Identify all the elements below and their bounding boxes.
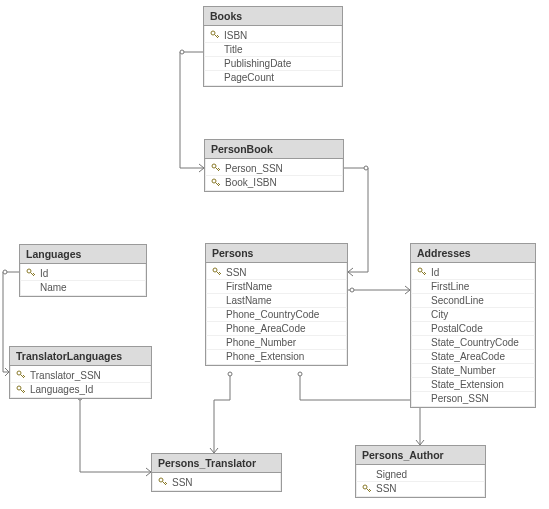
primary-key-icon [14, 370, 28, 380]
key-icon [212, 267, 222, 277]
field-name: Phone_Extension [224, 351, 343, 362]
table-row[interactable]: SSN [152, 475, 281, 489]
key-icon [16, 385, 26, 395]
table-header[interactable]: TranslatorLanguages [10, 347, 151, 366]
key-icon [417, 267, 427, 277]
svg-point-7 [211, 31, 215, 35]
svg-point-14 [17, 386, 21, 390]
table-header[interactable]: Persons_Author [356, 446, 485, 465]
primary-key-icon [24, 268, 38, 278]
table-row[interactable]: Book_ISBN [205, 175, 343, 189]
table-row[interactable]: Phone_Number [206, 335, 347, 349]
table-header[interactable]: Persons_Translator [152, 454, 281, 473]
table-row[interactable]: Phone_AreaCode [206, 321, 347, 335]
table-row[interactable]: SSN [356, 481, 485, 495]
field-name: City [429, 309, 531, 320]
field-name: LastName [224, 295, 343, 306]
field-name: Person_SSN [223, 163, 339, 174]
table-row[interactable]: Phone_Extension [206, 349, 347, 363]
svg-point-13 [17, 371, 21, 375]
table-body: SSNFirstNameLastNamePhone_CountryCodePho… [206, 263, 347, 365]
table-row[interactable]: Id [20, 266, 146, 280]
table-row[interactable]: Translator_SSN [10, 368, 151, 382]
table-body: SSN [152, 473, 281, 491]
table-row[interactable]: SSN [206, 265, 347, 279]
table-personsTranslator[interactable]: Persons_TranslatorSSN [151, 453, 282, 492]
field-name: Translator_SSN [28, 370, 147, 381]
table-row[interactable]: FirstName [206, 279, 347, 293]
field-name: Phone_AreaCode [224, 323, 343, 334]
table-header[interactable]: Languages [20, 245, 146, 264]
table-personBook[interactable]: PersonBookPerson_SSNBook_ISBN [204, 139, 344, 192]
table-row[interactable]: PostalCode [411, 321, 535, 335]
table-addresses[interactable]: AddressesIdFirstLineSecondLineCityPostal… [410, 243, 536, 408]
svg-point-6 [298, 372, 302, 376]
field-name: Phone_CountryCode [224, 309, 343, 320]
table-row[interactable]: State_Extension [411, 377, 535, 391]
field-name: SSN [170, 477, 277, 488]
field-name: Id [429, 267, 531, 278]
svg-point-16 [363, 485, 367, 489]
primary-key-icon [210, 267, 224, 277]
table-row[interactable]: ISBN [204, 28, 342, 42]
table-header[interactable]: PersonBook [205, 140, 343, 159]
primary-key-icon [360, 484, 374, 494]
field-name: PostalCode [429, 323, 531, 334]
field-name: State_AreaCode [429, 351, 531, 362]
field-name: ISBN [222, 30, 338, 41]
svg-point-2 [350, 288, 354, 292]
table-translatorLanguages[interactable]: TranslatorLanguagesTranslator_SSNLanguag… [9, 346, 152, 399]
table-row[interactable]: Signed [356, 467, 485, 481]
key-icon [26, 268, 36, 278]
key-icon [211, 163, 221, 173]
table-row[interactable]: State_CountryCode [411, 335, 535, 349]
key-icon [210, 30, 220, 40]
svg-point-1 [364, 166, 368, 170]
table-row[interactable]: Title [204, 42, 342, 56]
table-row[interactable]: Id [411, 265, 535, 279]
table-row[interactable]: State_AreaCode [411, 349, 535, 363]
table-books[interactable]: BooksISBNTitlePublishingDatePageCount [203, 6, 343, 87]
table-header[interactable]: Persons [206, 244, 347, 263]
table-body: IdName [20, 264, 146, 296]
table-header[interactable]: Books [204, 7, 342, 26]
table-row[interactable]: City [411, 307, 535, 321]
table-row[interactable]: SecondLine [411, 293, 535, 307]
field-name: State_CountryCode [429, 337, 531, 348]
table-row[interactable]: Languages_Id [10, 382, 151, 396]
table-row[interactable]: Person_SSN [205, 161, 343, 175]
table-row[interactable]: Phone_CountryCode [206, 307, 347, 321]
key-icon [16, 370, 26, 380]
table-body: IdFirstLineSecondLineCityPostalCodeState… [411, 263, 535, 407]
table-row[interactable]: FirstLine [411, 279, 535, 293]
svg-point-12 [418, 268, 422, 272]
diagram-canvas: BooksISBNTitlePublishingDatePageCountPer… [0, 0, 549, 509]
field-name: Signed [374, 469, 481, 480]
primary-key-icon [209, 163, 223, 173]
field-name: PageCount [222, 72, 338, 83]
table-body: Person_SSNBook_ISBN [205, 159, 343, 191]
field-name: State_Number [429, 365, 531, 376]
field-name: State_Extension [429, 379, 531, 390]
table-languages[interactable]: LanguagesIdName [19, 244, 147, 297]
svg-point-11 [213, 268, 217, 272]
table-row[interactable]: State_Number [411, 363, 535, 377]
table-row[interactable]: Name [20, 280, 146, 294]
key-icon [362, 484, 372, 494]
field-name: Book_ISBN [223, 177, 339, 188]
field-name: SecondLine [429, 295, 531, 306]
table-row[interactable]: PageCount [204, 70, 342, 84]
table-persons[interactable]: PersonsSSNFirstNameLastNamePhone_Country… [205, 243, 348, 366]
key-icon [211, 178, 221, 188]
field-name: FirstLine [429, 281, 531, 292]
field-name: Phone_Number [224, 337, 343, 348]
field-name: PublishingDate [222, 58, 338, 69]
svg-point-8 [212, 164, 216, 168]
table-row[interactable]: Person_SSN [411, 391, 535, 405]
primary-key-icon [415, 267, 429, 277]
primary-key-icon [156, 477, 170, 487]
table-row[interactable]: PublishingDate [204, 56, 342, 70]
table-row[interactable]: LastName [206, 293, 347, 307]
table-header[interactable]: Addresses [411, 244, 535, 263]
table-personsAuthor[interactable]: Persons_AuthorSignedSSN [355, 445, 486, 498]
